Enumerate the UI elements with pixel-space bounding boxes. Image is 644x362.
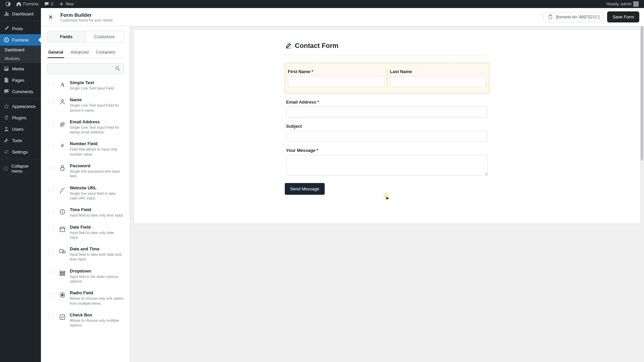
wp-logo[interactable] (3, 0, 13, 8)
new-content[interactable]: New (56, 0, 76, 8)
comments-count[interactable]: 0 (41, 0, 56, 8)
howdy-user[interactable]: Howdy, admin (604, 0, 641, 8)
wp-admin-bar: Forminix 0 New Howdy, admin (0, 0, 644, 8)
avatar (633, 1, 639, 7)
site-name[interactable]: Forminix (13, 0, 41, 8)
